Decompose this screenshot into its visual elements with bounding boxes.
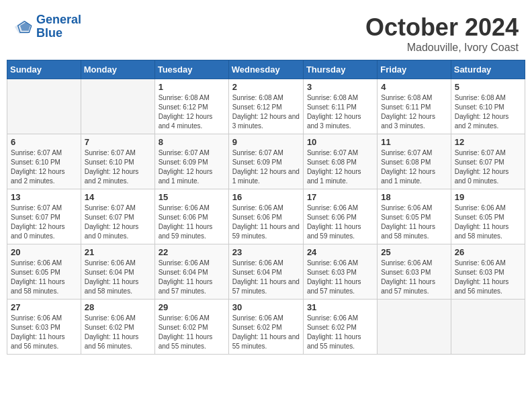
logo: General Blue bbox=[13, 13, 81, 40]
day-number: 19 bbox=[455, 192, 521, 202]
day-info: Sunrise: 6:07 AM Sunset: 6:08 PM Dayligh… bbox=[307, 148, 373, 186]
day-info: Sunrise: 6:08 AM Sunset: 6:12 PM Dayligh… bbox=[232, 93, 300, 131]
day-number: 20 bbox=[11, 247, 77, 257]
day-number: 26 bbox=[455, 247, 521, 257]
day-info: Sunrise: 6:06 AM Sunset: 6:05 PM Dayligh… bbox=[455, 203, 521, 241]
day-info: Sunrise: 6:08 AM Sunset: 6:11 PM Dayligh… bbox=[381, 93, 447, 131]
day-info: Sunrise: 6:06 AM Sunset: 6:05 PM Dayligh… bbox=[11, 259, 77, 296]
calendar-cell: 22Sunrise: 6:06 AM Sunset: 6:04 PM Dayli… bbox=[154, 244, 228, 300]
day-info: Sunrise: 6:07 AM Sunset: 6:07 PM Dayligh… bbox=[455, 148, 521, 186]
day-info: Sunrise: 6:07 AM Sunset: 6:07 PM Dayligh… bbox=[11, 203, 77, 241]
day-number: 7 bbox=[85, 137, 151, 147]
calendar-cell: 21Sunrise: 6:06 AM Sunset: 6:04 PM Dayli… bbox=[81, 244, 154, 300]
day-info: Sunrise: 6:08 AM Sunset: 6:10 PM Dayligh… bbox=[455, 93, 521, 131]
calendar-cell: 7Sunrise: 6:07 AM Sunset: 6:10 PM Daylig… bbox=[81, 134, 154, 189]
calendar-cell bbox=[81, 79, 154, 134]
day-info: Sunrise: 6:06 AM Sunset: 6:03 PM Dayligh… bbox=[11, 314, 77, 351]
calendar-cell: 11Sunrise: 6:07 AM Sunset: 6:08 PM Dayli… bbox=[378, 134, 451, 189]
calendar-cell: 26Sunrise: 6:06 AM Sunset: 6:03 PM Dayli… bbox=[451, 244, 525, 300]
calendar-week-row: 1Sunrise: 6:08 AM Sunset: 6:12 PM Daylig… bbox=[7, 79, 525, 134]
day-number: 12 bbox=[455, 137, 521, 147]
calendar-cell: 16Sunrise: 6:06 AM Sunset: 6:06 PM Dayli… bbox=[228, 189, 303, 244]
title-block: October 2024 Madouville, Ivory Coast bbox=[365, 13, 519, 54]
day-info: Sunrise: 6:06 AM Sunset: 6:05 PM Dayligh… bbox=[381, 203, 447, 241]
day-info: Sunrise: 6:06 AM Sunset: 6:06 PM Dayligh… bbox=[232, 203, 300, 241]
calendar-cell bbox=[378, 300, 451, 355]
day-number: 10 bbox=[307, 137, 373, 147]
weekday-header: Saturday bbox=[451, 60, 525, 79]
calendar-cell: 30Sunrise: 6:06 AM Sunset: 6:02 PM Dayli… bbox=[228, 300, 303, 355]
day-number: 2 bbox=[232, 82, 300, 92]
day-number: 5 bbox=[455, 82, 521, 92]
calendar-cell: 1Sunrise: 6:08 AM Sunset: 6:12 PM Daylig… bbox=[154, 79, 228, 134]
weekday-header: Thursday bbox=[303, 60, 377, 79]
day-info: Sunrise: 6:07 AM Sunset: 6:07 PM Dayligh… bbox=[85, 203, 151, 241]
day-info: Sunrise: 6:07 AM Sunset: 6:08 PM Dayligh… bbox=[381, 148, 447, 186]
calendar-week-row: 20Sunrise: 6:06 AM Sunset: 6:05 PM Dayli… bbox=[7, 244, 525, 300]
calendar-cell bbox=[7, 79, 81, 134]
day-number: 22 bbox=[159, 247, 225, 257]
calendar-cell: 28Sunrise: 6:06 AM Sunset: 6:02 PM Dayli… bbox=[81, 300, 154, 355]
day-info: Sunrise: 6:06 AM Sunset: 6:03 PM Dayligh… bbox=[455, 259, 521, 296]
day-info: Sunrise: 6:06 AM Sunset: 6:06 PM Dayligh… bbox=[307, 203, 373, 241]
calendar-cell bbox=[451, 300, 525, 355]
calendar-cell: 25Sunrise: 6:06 AM Sunset: 6:03 PM Dayli… bbox=[378, 244, 451, 300]
calendar-cell: 23Sunrise: 6:06 AM Sunset: 6:04 PM Dayli… bbox=[228, 244, 303, 300]
day-number: 30 bbox=[232, 302, 300, 312]
calendar-cell: 2Sunrise: 6:08 AM Sunset: 6:12 PM Daylig… bbox=[228, 79, 303, 134]
day-number: 14 bbox=[85, 192, 151, 202]
day-info: Sunrise: 6:06 AM Sunset: 6:06 PM Dayligh… bbox=[159, 203, 225, 241]
calendar-cell: 4Sunrise: 6:08 AM Sunset: 6:11 PM Daylig… bbox=[378, 79, 451, 134]
weekday-header: Monday bbox=[81, 60, 154, 79]
day-number: 15 bbox=[159, 192, 225, 202]
logo-text: General Blue bbox=[36, 13, 81, 40]
day-number: 6 bbox=[11, 137, 77, 147]
day-info: Sunrise: 6:06 AM Sunset: 6:04 PM Dayligh… bbox=[232, 259, 300, 296]
day-info: Sunrise: 6:06 AM Sunset: 6:02 PM Dayligh… bbox=[307, 314, 373, 351]
day-info: Sunrise: 6:07 AM Sunset: 6:09 PM Dayligh… bbox=[159, 148, 225, 186]
day-info: Sunrise: 6:06 AM Sunset: 6:03 PM Dayligh… bbox=[307, 259, 373, 296]
day-info: Sunrise: 6:06 AM Sunset: 6:03 PM Dayligh… bbox=[381, 259, 447, 296]
day-number: 28 bbox=[85, 302, 151, 312]
logo-icon bbox=[13, 19, 34, 35]
calendar-cell: 24Sunrise: 6:06 AM Sunset: 6:03 PM Dayli… bbox=[303, 244, 377, 300]
day-number: 25 bbox=[381, 247, 447, 257]
calendar-cell: 6Sunrise: 6:07 AM Sunset: 6:10 PM Daylig… bbox=[7, 134, 81, 189]
day-number: 23 bbox=[232, 247, 300, 257]
weekday-header: Sunday bbox=[7, 60, 81, 79]
day-info: Sunrise: 6:07 AM Sunset: 6:10 PM Dayligh… bbox=[11, 148, 77, 186]
day-number: 17 bbox=[307, 192, 373, 202]
calendar-cell: 3Sunrise: 6:08 AM Sunset: 6:11 PM Daylig… bbox=[303, 79, 377, 134]
day-number: 24 bbox=[307, 247, 373, 257]
location: Madouville, Ivory Coast bbox=[365, 42, 519, 54]
calendar-cell: 12Sunrise: 6:07 AM Sunset: 6:07 PM Dayli… bbox=[451, 134, 525, 189]
calendar-cell: 17Sunrise: 6:06 AM Sunset: 6:06 PM Dayli… bbox=[303, 189, 377, 244]
calendar-header-row: SundayMondayTuesdayWednesdayThursdayFrid… bbox=[7, 60, 525, 79]
weekday-header: Tuesday bbox=[154, 60, 228, 79]
calendar-table: SundayMondayTuesdayWednesdayThursdayFrid… bbox=[7, 60, 525, 355]
calendar-week-row: 6Sunrise: 6:07 AM Sunset: 6:10 PM Daylig… bbox=[7, 134, 525, 189]
calendar-cell: 8Sunrise: 6:07 AM Sunset: 6:09 PM Daylig… bbox=[154, 134, 228, 189]
day-info: Sunrise: 6:08 AM Sunset: 6:12 PM Dayligh… bbox=[159, 93, 225, 131]
calendar-cell: 13Sunrise: 6:07 AM Sunset: 6:07 PM Dayli… bbox=[7, 189, 81, 244]
day-info: Sunrise: 6:06 AM Sunset: 6:02 PM Dayligh… bbox=[159, 314, 225, 351]
day-number: 31 bbox=[307, 302, 373, 312]
day-number: 4 bbox=[381, 82, 447, 92]
day-info: Sunrise: 6:08 AM Sunset: 6:11 PM Dayligh… bbox=[307, 93, 373, 131]
page-header: General Blue October 2024 Madouville, Iv… bbox=[7, 7, 525, 57]
calendar-week-row: 27Sunrise: 6:06 AM Sunset: 6:03 PM Dayli… bbox=[7, 300, 525, 355]
calendar-cell: 20Sunrise: 6:06 AM Sunset: 6:05 PM Dayli… bbox=[7, 244, 81, 300]
day-info: Sunrise: 6:06 AM Sunset: 6:02 PM Dayligh… bbox=[85, 314, 151, 351]
day-number: 16 bbox=[232, 192, 300, 202]
day-number: 18 bbox=[381, 192, 447, 202]
day-info: Sunrise: 6:06 AM Sunset: 6:02 PM Dayligh… bbox=[232, 314, 300, 351]
calendar-cell: 14Sunrise: 6:07 AM Sunset: 6:07 PM Dayli… bbox=[81, 189, 154, 244]
day-info: Sunrise: 6:07 AM Sunset: 6:10 PM Dayligh… bbox=[85, 148, 151, 186]
weekday-header: Friday bbox=[378, 60, 451, 79]
calendar-cell: 31Sunrise: 6:06 AM Sunset: 6:02 PM Dayli… bbox=[303, 300, 377, 355]
calendar-cell: 5Sunrise: 6:08 AM Sunset: 6:10 PM Daylig… bbox=[451, 79, 525, 134]
calendar-cell: 27Sunrise: 6:06 AM Sunset: 6:03 PM Dayli… bbox=[7, 300, 81, 355]
day-number: 29 bbox=[159, 302, 225, 312]
day-number: 9 bbox=[232, 137, 300, 147]
day-number: 11 bbox=[381, 137, 447, 147]
